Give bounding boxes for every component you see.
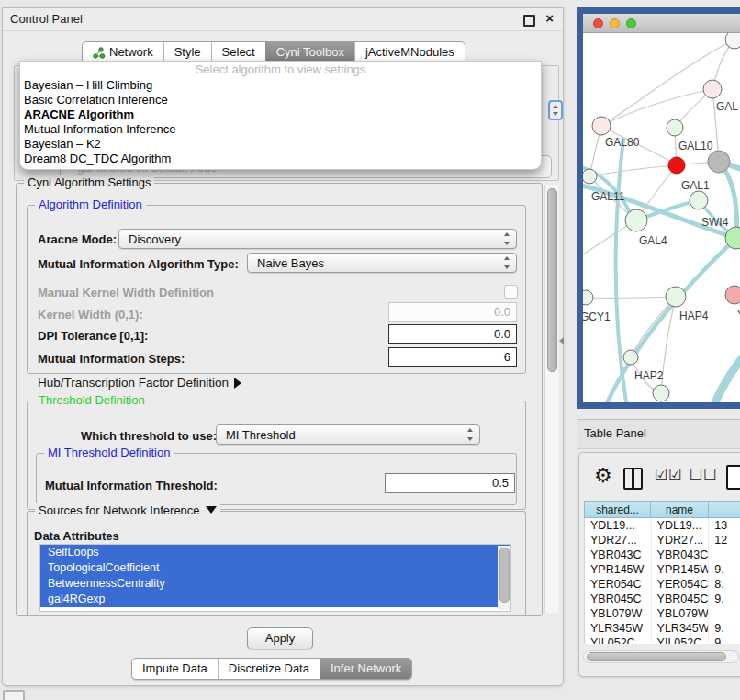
table-cell: YBR045C — [585, 592, 652, 606]
data-attribute-item-selected[interactable]: SelfLoops — [40, 545, 510, 560]
sources-title[interactable]: Sources for Network Inference — [35, 503, 220, 517]
table-row[interactable]: YDL19...YDL19...13 — [585, 518, 740, 533]
table-row[interactable]: YLR345WYLR345W9. — [585, 621, 740, 636]
network-node[interactable] — [725, 33, 740, 49]
tab-impute-data[interactable]: Impute Data — [132, 659, 218, 679]
mi-type-combobox[interactable]: Naive Bayes — [247, 253, 517, 273]
tab-infer-network[interactable]: Infer Network — [320, 659, 411, 679]
network-edge[interactable] — [586, 297, 676, 298]
network-node-gal1[interactable] — [668, 157, 685, 174]
tab-style[interactable]: Style — [163, 42, 211, 62]
data-attribute-item-selected[interactable]: TopologicalCoefficient — [40, 560, 510, 576]
export-table-icon[interactable] — [726, 465, 740, 490]
network-window-titlebar[interactable] — [583, 14, 740, 33]
zoom-traffic-light-icon[interactable] — [626, 18, 636, 28]
data-attribute-item-selected[interactable]: gal4RGexp — [40, 592, 510, 607]
table-row[interactable]: YPR145WYPR145W9. — [585, 562, 740, 577]
network-edge[interactable] — [589, 165, 677, 176]
float-window-icon[interactable] — [523, 15, 535, 27]
algorithm-option[interactable]: Mutual Information Inference — [20, 122, 541, 137]
tab-discretize-data[interactable]: Discretize Data — [218, 659, 320, 679]
table-cell: 9 — [709, 636, 740, 644]
deselect-all-checkboxes-icon[interactable]: ☐☐ — [690, 466, 718, 483]
aracne-mode-combobox[interactable]: Discovery — [118, 229, 517, 249]
network-node-gal[interactable] — [703, 80, 722, 98]
mi-steps-field[interactable]: 6 — [388, 347, 517, 367]
mi-threshold-field[interactable]: 0.5 — [385, 473, 515, 493]
table-row[interactable]: YBR043CYBR043C — [585, 548, 740, 562]
network-node[interactable] — [653, 385, 669, 401]
table-cell — [709, 548, 740, 562]
algorithm-option[interactable]: Dream8 DC_TDC Algorithm — [20, 152, 541, 166]
column-header-shared...[interactable]: shared... — [584, 501, 651, 518]
network-node[interactable] — [708, 151, 730, 173]
network-node-hap4[interactable] — [666, 287, 686, 307]
network-graph[interactable]: GALGAL80GAL10GAL11GAL1SWI4GAL4GCY1HAP4YH… — [583, 33, 740, 402]
column-header-clipped[interactable] — [709, 501, 740, 518]
network-node-gal10[interactable] — [667, 119, 683, 136]
data-attributes-list[interactable]: SelfLoopsTopologicalCoefficientBetweenne… — [39, 544, 511, 612]
network-node-swi4[interactable] — [690, 191, 708, 209]
tab-label: Style — [174, 42, 201, 62]
table-row[interactable]: YBR045CYBR045C9. — [585, 592, 740, 606]
node-label: GAL11 — [591, 190, 625, 203]
gear-icon[interactable]: ⚙ — [594, 464, 612, 488]
panel-divider-grip[interactable] — [559, 337, 564, 344]
apply-button[interactable]: Apply — [247, 627, 313, 649]
table-cell: 13 — [709, 518, 740, 533]
algorithm-popup-placeholder: Select algorithm to view settings — [20, 62, 541, 78]
table-hscrollbar[interactable] — [583, 650, 739, 663]
network-node-gal4[interactable] — [625, 209, 647, 231]
table-row[interactable]: YER054CYER054C8. — [585, 577, 740, 592]
algorithm-option[interactable]: Bayesian – K2 — [20, 137, 541, 152]
minimize-traffic-light-icon[interactable] — [610, 18, 620, 28]
table-panel-title: Table Panel — [584, 426, 646, 440]
algorithm-dropdown-popup: Select algorithm to view settings Bayesi… — [19, 61, 542, 170]
select-all-checkboxes-icon[interactable]: ☑☑ — [655, 466, 683, 483]
algorithm-option[interactable]: Bayesian – Hill Climbing — [20, 78, 541, 93]
network-node-gal11[interactable] — [583, 169, 597, 184]
collapse-arrow-icon — [206, 506, 217, 514]
close-traffic-light-icon[interactable] — [593, 18, 603, 28]
which-threshold-combobox[interactable]: MI Threshold — [216, 424, 480, 445]
data-attribute-item-selected[interactable]: BetweennessCentrality — [40, 576, 510, 592]
column-header-name[interactable]: name — [651, 501, 709, 518]
table-cell: 9. — [709, 592, 740, 606]
algorithm-option[interactable]: Basic Correlation Inference — [20, 93, 541, 107]
settings-scrollbar[interactable] — [544, 185, 558, 613]
kernel-width-field[interactable]: 0.0 — [388, 302, 517, 322]
network-edge[interactable] — [713, 350, 740, 402]
network-node-hap2[interactable] — [623, 350, 638, 365]
table-row[interactable]: YIL052CYIL052C9 — [585, 636, 740, 644]
network-canvas[interactable]: GALGAL80GAL10GAL11GAL1SWI4GAL4GCY1HAP4YH… — [583, 33, 740, 402]
tab-jactivemnodules[interactable]: jActiveMNodules — [354, 42, 465, 62]
node-label: SWI4 — [701, 216, 729, 229]
tab-network[interactable]: Network — [83, 42, 163, 62]
table-body[interactable]: YDL19...YDL19...13YDR27...YDR27...12YBR0… — [584, 518, 740, 644]
algorithm-option[interactable]: ARACNE Algorithm — [20, 107, 541, 122]
table-hscrollbar-thumb[interactable] — [587, 652, 726, 661]
attributes-scrollbar[interactable] — [498, 546, 510, 610]
tab-select[interactable]: Select — [211, 42, 265, 62]
kernel-width-label: Kernel Width (0,1): — [38, 308, 143, 322]
algorithm-combobox-spinner[interactable] — [548, 100, 563, 120]
table-row[interactable]: YDR27...YDR27...12 — [585, 533, 740, 548]
tab-cyni-toolbox[interactable]: Cyni Toolbox — [265, 42, 354, 62]
close-icon[interactable]: × — [545, 10, 554, 26]
settings-scrollbar-thumb[interactable] — [547, 188, 557, 372]
hub-definition-expander[interactable]: Hub/Transcription Factor Definition — [38, 376, 241, 390]
table-cell: YLR345W — [652, 621, 710, 636]
network-node-gcy1[interactable] — [583, 290, 593, 305]
cyni-mode-tabs: Impute DataDiscretize DataInfer Network — [131, 658, 412, 680]
manual-kernel-checkbox[interactable] — [504, 285, 518, 299]
show-columns-icon[interactable] — [623, 468, 643, 490]
network-edge[interactable] — [601, 89, 712, 126]
network-node-gal80[interactable] — [592, 117, 611, 135]
table-row[interactable]: YBL079WYBL079W — [585, 606, 740, 621]
collapsed-panel-icon[interactable] — [3, 690, 25, 700]
node-table[interactable]: shared...name YDL19...YDL19...13YDR27...… — [584, 501, 740, 644]
control-panel-window: Control Panel × NetworkStyleSelectCyni T… — [2, 7, 564, 686]
network-node-y[interactable] — [725, 286, 740, 304]
aracne-mode-value: Discovery — [129, 232, 181, 246]
dpi-tolerance-field[interactable]: 0.0 — [388, 324, 517, 344]
